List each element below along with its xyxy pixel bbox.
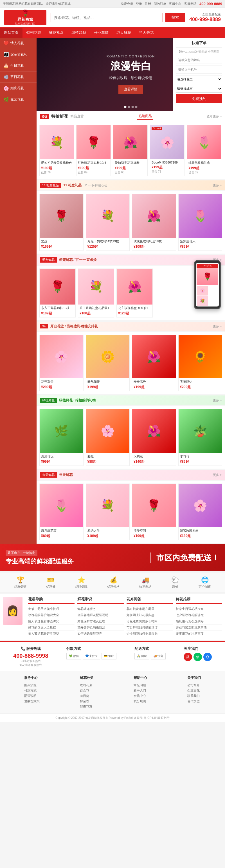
footer-nav-item-3-1[interactable]: 新手入门: [134, 688, 147, 693]
info-item-3-1[interactable]: 如何网上订花最实惠: [127, 612, 173, 618]
gift-product-3[interactable]: 🌺 玫瑰兔玫瑰礼盒18枝 ¥109起: [132, 194, 176, 251]
footer-nav-item-1-1[interactable]: 付款方式: [24, 688, 40, 693]
footer-nav-item-1-3[interactable]: 退换货政策: [24, 699, 40, 704]
footer-nav-item-2-0[interactable]: 玫瑰花束: [80, 683, 93, 688]
footer-nav-item-3-0[interactable]: 常见问题: [134, 683, 147, 688]
footer-nav-item-3-2[interactable]: 会员中心: [134, 693, 147, 699]
social-weibo[interactable]: 微: [184, 653, 192, 661]
sameday-product-1[interactable]: 🌷 康乃馨花束 ¥89起: [39, 484, 84, 540]
nav-item-green[interactable]: 绿植盆栽: [67, 28, 90, 38]
footer-nav-item-1-2[interactable]: 配送说明: [24, 693, 40, 699]
info-item-2-2[interactable]: 鲜花保鲜方法及处理: [77, 618, 124, 624]
opening-product-3[interactable]: 🌺 步步高升 ¥199起: [132, 335, 176, 392]
info-item-1-1[interactable]: 玫瑰花的养护知识大全: [28, 612, 74, 618]
top-bar-orders[interactable]: 我的订单: [154, 2, 166, 6]
qo-phone-input[interactable]: [176, 66, 222, 73]
sameday-product-4[interactable]: 🌸 淡紫玫瑰礼盒 ¥139起: [178, 484, 222, 540]
info-item-2-4[interactable]: 如何选购新鲜花卉: [77, 631, 124, 637]
info-item-1-4[interactable]: 插人节送花最好看花型: [28, 631, 74, 637]
top-bar-service[interactable]: 客服中心: [169, 2, 182, 6]
info-item-2-0[interactable]: 鲜花速递服务: [77, 606, 124, 612]
opening-product-1[interactable]: 🌸 花开富贵 ¥299起: [39, 335, 84, 392]
nav-item-home[interactable]: 网站首页: [0, 28, 23, 38]
footer-nav-item-2-2[interactable]: 向日葵: [80, 693, 93, 699]
product-card-2[interactable]: 🌹 红玫瑰花束11枝19枝 ¥199起 已售 89: [76, 125, 111, 176]
nav-item-special[interactable]: 特别花束: [23, 28, 45, 38]
info-item-4-3[interactable]: 开业花篮选购注意事项: [176, 624, 222, 631]
search-input[interactable]: [51, 13, 163, 22]
qo-name-input[interactable]: [176, 56, 222, 64]
sameday-more[interactable]: 更多 >: [213, 473, 222, 477]
wedding-product-1[interactable]: 🌹 东方三葡花19枝19枝 ¥109起: [39, 269, 76, 317]
info-item-3-2[interactable]: 订花送货需要多长时间: [127, 618, 173, 624]
featured-more-link[interactable]: 查看更多 >: [207, 114, 222, 119]
opening-product-2[interactable]: 🌼 旺气花篮 ¥199起: [86, 335, 130, 392]
sidebar-item-lovers[interactable]: ❤️ 情人花礼: [0, 38, 37, 49]
green-more[interactable]: 更多 >: [213, 398, 222, 402]
product-card-4[interactable]: BLooM 🌸 BLooM 938607189 ¥199起 已售 71: [150, 125, 185, 176]
footer-nav-item-4-3[interactable]: 合作加盟: [187, 699, 201, 704]
info-item-1-2[interactable]: 情人节送花有哪些讲究: [28, 618, 74, 624]
product-card-5[interactable]: 🌷 纯天然玫瑰礼盒 ¥199起 已售 55: [187, 125, 221, 176]
top-bar-register[interactable]: 注册: [145, 2, 151, 6]
gift-product-2[interactable]: 💐 月光下的玫瑰14枝19枝 ¥125起: [86, 194, 130, 251]
opening-more[interactable]: 更多 >: [213, 324, 222, 329]
footer-nav-item-4-0[interactable]: 公司简介: [187, 683, 201, 688]
gift-product-1[interactable]: 🌹 繁茂 ¥169起: [39, 194, 84, 251]
top-bar-member[interactable]: 免费会员: [121, 2, 133, 6]
footer-nav-item-2-1[interactable]: 百合花: [80, 688, 93, 693]
green-product-2[interactable]: 🌸 彩虹 ¥88起: [86, 409, 130, 466]
qo-submit-button[interactable]: 免费预约: [176, 94, 222, 103]
gift-product-4[interactable]: 🌷 紫罗兰花束 ¥89起: [178, 194, 222, 251]
social-wechat[interactable]: 信: [193, 653, 202, 661]
nav-item-giftbox[interactable]: 鲜花礼盒: [45, 28, 67, 38]
wedding-product-3[interactable]: 🌺 公主玫瑰礼盒·来来合1 ¥120起: [117, 269, 153, 317]
sidebar-item-father[interactable]: 👨‍👩‍👧 父亲节花礼: [0, 49, 37, 60]
qo-city-select[interactable]: 请选择城市: [176, 85, 222, 93]
product-card-1[interactable]: 💐 爱如初见云朵玫瑰粉色 ¥199起 已售 76: [39, 125, 74, 176]
sameday-product-3[interactable]: 🌹 浪漫空间 ¥199起: [132, 484, 176, 540]
banner-dot-2[interactable]: [128, 106, 130, 108]
nav-item-pure[interactable]: 纯天鲜花: [112, 28, 135, 38]
sidebar-item-holiday[interactable]: ❄️ 节日花礼: [0, 71, 37, 83]
banner-dot-4[interactable]: [135, 106, 137, 108]
info-item-3-3[interactable]: 节日鲜花如何提前预订: [127, 624, 173, 631]
green-product-4[interactable]: 🪴 水竹花 ¥89起: [178, 409, 222, 466]
qo-flower-select[interactable]: 请选择花型: [176, 75, 222, 83]
info-item-2-3[interactable]: 花卉养护及病虫防治: [77, 624, 124, 631]
banner-dot-3[interactable]: [132, 106, 134, 108]
info-item-3-0[interactable]: 花卉批发市场在哪里: [127, 606, 173, 612]
gift-box-more[interactable]: 更多 >: [213, 183, 222, 187]
social-qq[interactable]: Q: [203, 653, 212, 661]
footer-nav-item-3-3[interactable]: 积分规则: [134, 699, 147, 704]
green-product-1[interactable]: 🌿 滴滴花玩 ¥99起: [39, 409, 84, 466]
wedding-product-2[interactable]: 💐 公主玫瑰礼盒礼品装1 ¥100起: [78, 269, 114, 317]
info-item-4-2[interactable]: 婚礼用花怎么选购好: [176, 618, 222, 624]
info-item-3-4[interactable]: 企业用花如何批量采购: [127, 631, 173, 637]
info-item-4-1[interactable]: 七夕送玫瑰花的讲究: [176, 612, 222, 618]
footer-nav-item-1-0[interactable]: 购买流程: [24, 683, 40, 688]
green-product-3[interactable]: 🌺 火鹤花 ¥140起: [132, 409, 176, 466]
opening-product-4[interactable]: 🌻 飞黄腾达 ¥299起: [178, 335, 222, 392]
info-item-2-1[interactable]: 全国各地鲜花配送说明: [77, 612, 124, 618]
banner-dot-1[interactable]: [124, 106, 127, 108]
footer-nav-item-2-3[interactable]: 郁金香: [80, 699, 93, 704]
search-button[interactable]: 搜索: [165, 13, 185, 22]
footer-nav-item-4-1[interactable]: 企业文化: [187, 688, 201, 693]
info-item-4-0[interactable]: 长辈生日送花档指南: [176, 606, 222, 612]
footer-nav-item-4-2[interactable]: 联系我们: [187, 693, 201, 699]
site-logo[interactable]: 🌹 鲜花商城 让幸福送到家门口: [4, 10, 46, 25]
nav-item-opening[interactable]: 开业花篮: [90, 28, 112, 38]
sameday-product-2[interactable]: 💐 相约人生 ¥109起: [86, 484, 130, 540]
footer-nav-item-2-4[interactable]: 混搭花束: [80, 704, 93, 709]
tab-hot[interactable]: 热销商品: [137, 113, 153, 120]
top-bar-login[interactable]: 登录: [136, 2, 142, 6]
banner-cta-button[interactable]: 查看详情: [119, 85, 143, 94]
nav-item-sameday[interactable]: 当天鲜花: [135, 28, 158, 38]
sidebar-item-birthday[interactable]: 🎂 生日花礼: [0, 60, 37, 71]
info-item-1-0[interactable]: 春节、元旦送花小技巧: [28, 606, 74, 612]
info-item-1-3[interactable]: 鲜花的含义大全集锦: [28, 624, 74, 631]
info-item-4-4[interactable]: 丧事用花的注意事项: [176, 631, 222, 637]
sidebar-item-floral[interactable]: 🌿 花艺花礼: [0, 94, 37, 105]
sidebar-item-wedding[interactable]: 🌸 婚庆花礼: [0, 83, 37, 94]
